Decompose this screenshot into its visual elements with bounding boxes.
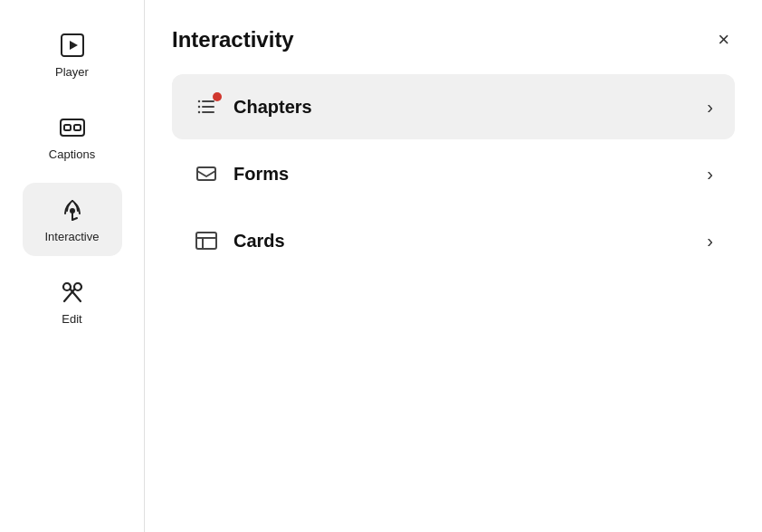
- sidebar-item-edit[interactable]: Edit: [23, 265, 122, 338]
- svg-rect-18: [197, 167, 215, 180]
- menu-item-forms[interactable]: Forms ›: [172, 141, 735, 206]
- sidebar-item-player-label: Player: [55, 65, 89, 79]
- chapters-icon: [194, 94, 219, 119]
- sidebar-item-edit-label: Edit: [62, 312, 81, 326]
- chapters-red-dot: [213, 92, 222, 101]
- cards-chevron-icon: ›: [707, 231, 713, 252]
- svg-rect-3: [64, 125, 71, 130]
- menu-item-cards-label: Cards: [233, 231, 285, 252]
- menu-item-forms-left: Forms: [194, 161, 289, 186]
- interactive-icon: [58, 195, 87, 224]
- forms-chevron-icon: ›: [707, 164, 713, 185]
- menu-item-chapters-label: Chapters: [233, 97, 312, 118]
- captions-icon: [58, 113, 87, 142]
- close-button[interactable]: ×: [712, 28, 735, 52]
- svg-rect-4: [74, 125, 81, 130]
- menu-item-cards[interactable]: Cards ›: [172, 208, 735, 273]
- chapters-chevron-icon: ›: [707, 97, 713, 118]
- sidebar-item-captions[interactable]: Captions: [23, 100, 122, 174]
- cards-icon: [194, 228, 219, 253]
- svg-marker-1: [70, 41, 78, 50]
- menu-item-forms-label: Forms: [233, 164, 289, 185]
- panel-title: Interactivity: [172, 27, 294, 52]
- sidebar-item-interactive-label: Interactive: [45, 230, 100, 243]
- main-panel: Interactivity × Chapters: [145, 0, 762, 532]
- sidebar-item-interactive[interactable]: Interactive: [23, 183, 122, 256]
- sidebar-item-player[interactable]: Player: [23, 18, 122, 91]
- sidebar: Player Captions Interactive: [0, 0, 145, 532]
- menu-item-chapters[interactable]: Chapters ›: [172, 74, 735, 139]
- menu-item-cards-left: Cards: [194, 228, 285, 253]
- sidebar-item-captions-label: Captions: [49, 147, 95, 161]
- menu-item-chapters-left: Chapters: [194, 94, 312, 119]
- player-icon: [58, 31, 87, 60]
- menu-list: Chapters › Forms ›: [172, 74, 735, 275]
- forms-icon: [194, 161, 219, 186]
- svg-rect-19: [196, 233, 216, 249]
- panel-header: Interactivity ×: [172, 27, 735, 52]
- edit-icon: [58, 278, 87, 307]
